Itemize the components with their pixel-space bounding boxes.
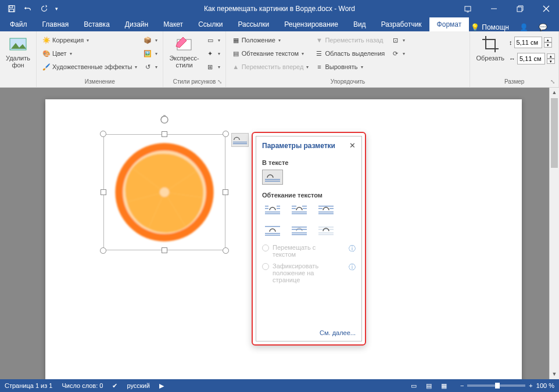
height-input[interactable]: ↕▴▾ [509,36,555,49]
status-words[interactable]: Число слов: 0 [62,382,103,389]
web-layout-button[interactable]: ▦ [437,380,451,391]
tab-file[interactable]: Файл [2,17,35,31]
styles-launcher-icon[interactable]: ⤡ [216,78,223,85]
orange-image[interactable] [109,139,220,246]
tab-format[interactable]: Формат [429,17,470,31]
scroll-thumb[interactable] [551,98,558,168]
undo-button[interactable] [20,1,36,16]
tab-design[interactable]: Дизайн [117,17,156,31]
close-button[interactable] [533,0,559,17]
scroll-down-icon[interactable]: ▼ [550,369,559,379]
tab-review[interactable]: Рецензирование [277,17,346,31]
handle-left-mid[interactable] [101,189,106,195]
page[interactable]: Параметры разметки ✕ В тексте Обтекание … [45,99,522,379]
tab-home[interactable]: Главная [35,17,77,31]
wrap-behind-button[interactable] [289,223,310,238]
selection-pane-button[interactable]: ☰Область выделения [313,47,386,60]
tab-view[interactable]: Вид [346,17,374,31]
wrap-square-button[interactable] [262,202,283,217]
svg-rect-2 [10,9,14,11]
radio-fix-position: Зафиксировать положение на странице ⓘ [262,260,356,286]
express-styles-button[interactable]: Экспресс- стили [167,34,201,70]
macro-icon[interactable]: ▶ [159,382,164,390]
info-icon[interactable]: ⓘ [349,262,356,272]
zoom-in-button[interactable]: + [529,382,532,389]
status-bar: Страница 1 из 1 Число слов: 0 ✔ русский … [0,379,559,392]
selected-image-frame[interactable] [103,134,225,250]
handle-bottom-mid[interactable] [162,247,167,253]
help-tell-me[interactable]: 💡Помощн [471,23,509,31]
align-button[interactable]: ≡Выровнять [313,60,386,73]
wrap-through-button[interactable] [316,202,336,217]
handle-top-mid[interactable] [162,131,167,137]
minimize-button[interactable] [481,0,507,17]
zoom-thumb[interactable] [495,383,500,389]
save-button[interactable] [3,1,20,16]
status-page[interactable]: Страница 1 из 1 [5,382,52,389]
pic-effects-button[interactable]: ✦ [204,47,222,60]
wrap-front-button[interactable] [316,223,336,238]
wrap-text-button[interactable]: ▤Обтекание текстом [230,47,311,60]
remove-bg-button[interactable]: Удалить фон [3,34,33,70]
comment-icon[interactable]: 💬 [539,23,547,31]
position-button[interactable]: ▦Положение [230,34,311,46]
handle-bottom-left[interactable] [100,247,106,254]
share-icon[interactable]: 👤 [519,23,528,31]
redo-button[interactable] [36,1,52,16]
forward-icon: ▲ [231,62,241,71]
size-launcher-icon[interactable]: ⤡ [549,78,556,85]
group-icon: ⊡ [390,35,400,45]
scroll-up-icon[interactable]: ▲ [550,88,559,98]
wrap-topbottom-button[interactable] [262,223,283,238]
print-layout-button[interactable]: ▤ [422,380,436,391]
width-input[interactable]: ↔▴▾ [509,52,555,65]
pic-layout-button[interactable]: ⊞ [204,60,222,73]
group-button[interactable]: ⊡ [389,34,407,46]
change-pic-button[interactable]: 🖼️ [141,47,159,60]
view-buttons: ▭ ▤ ▦ [407,380,451,391]
vertical-scrollbar[interactable]: ▲ ▼ [549,88,559,379]
ribbon-options-button[interactable] [454,0,481,17]
handle-top-left[interactable] [100,131,106,137]
handle-bottom-right[interactable] [223,247,229,254]
color-button[interactable]: 🎨Цвет [40,47,139,60]
crop-button[interactable]: Обрезать [474,34,507,63]
spellcheck-icon[interactable]: ✔ [112,382,117,390]
tab-references[interactable]: Ссылки [191,17,230,31]
tab-developer[interactable]: Разработчик [374,17,429,31]
rotate-handle[interactable] [159,114,170,125]
zoom-out-button[interactable]: − [460,382,464,389]
read-mode-button[interactable]: ▭ [407,380,421,391]
group-adjust: ☀️Коррекция 🎨Цвет 🖌️Художественные эффек… [37,31,163,87]
zoom-slider[interactable] [467,384,525,387]
color-icon: 🎨 [42,49,51,58]
handle-top-right[interactable] [223,131,229,137]
info-icon[interactable]: ⓘ [349,244,356,254]
pic-border-button[interactable]: ▭ [204,34,222,46]
corrections-button[interactable]: ☀️Коррекция [40,34,139,46]
reset-pic-button[interactable]: ↺ [141,60,159,73]
compress-button[interactable]: 📦 [141,34,159,46]
close-icon[interactable]: ✕ [349,141,356,150]
title-bar: ▾ Как перемещать картинки в Ворде.docx -… [0,0,559,17]
tab-insert[interactable]: Вставка [76,17,117,31]
bring-forward-button[interactable]: ▲Переместить вперед [230,60,311,73]
rotate-button[interactable]: ⟳ [389,47,407,60]
see-more-link[interactable]: См. далее... [262,325,356,336]
artistic-effects-button[interactable]: 🖌️Художественные эффекты [40,60,139,73]
tab-layout[interactable]: Макет [156,17,191,31]
tab-mailings[interactable]: Рассылки [230,17,277,31]
layout-options-popup: Параметры разметки ✕ В тексте Обтекание … [252,132,366,346]
restore-button[interactable] [507,0,533,17]
send-backward-button[interactable]: ▼Переместить назад [313,34,386,46]
wrap-tight-button[interactable] [289,202,310,217]
handle-right-mid[interactable] [223,189,228,195]
qat-customize-button[interactable]: ▾ [52,1,60,16]
layout-options-button[interactable] [231,133,249,147]
wrap-inline-button[interactable] [262,170,283,185]
quick-access-toolbar: ▾ [0,1,60,16]
zoom-level[interactable]: 100 % [536,382,554,389]
wrap-icon: ▤ [231,49,241,58]
status-lang[interactable]: русский [127,382,149,389]
group-arrange: ▦Положение ▤Обтекание текстом ▲Перемести… [226,31,471,87]
